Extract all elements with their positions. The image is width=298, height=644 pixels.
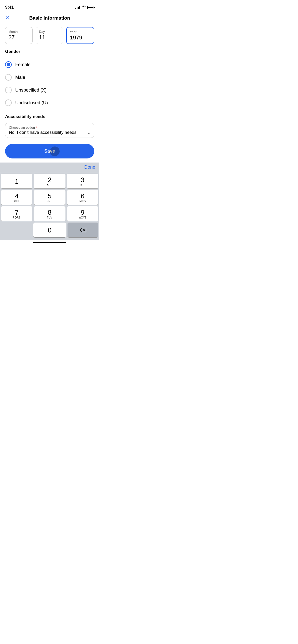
delete-icon [79, 227, 87, 232]
keyboard-toolbar: Done [0, 163, 99, 172]
key-9[interactable]: 9 WXYZ [67, 206, 98, 221]
gender-unspecified-option[interactable]: Unspecified (X) [5, 84, 94, 96]
key-4[interactable]: 4 GHI [1, 190, 32, 205]
gender-female-option[interactable]: Female [5, 58, 94, 71]
undisclosed-radio-circle [5, 99, 12, 106]
accessibility-dropdown[interactable]: Choose an option* No, I don't have acces… [5, 123, 94, 138]
month-value: 27 [8, 34, 29, 41]
female-radio-label: Female [15, 62, 31, 67]
key-empty [1, 223, 32, 237]
home-indicator [0, 240, 99, 245]
chevron-down-icon: ⌄ [87, 130, 90, 135]
close-button[interactable]: ✕ [5, 15, 10, 21]
day-field[interactable]: Day 11 [36, 27, 63, 44]
unspecified-radio-circle [5, 87, 12, 93]
status-icons [75, 5, 94, 9]
numeric-keyboard: 1 2 ABC 3 DEF 4 GHI 5 JKL 6 MNO 7 PQRS 8 [0, 172, 99, 240]
keyboard-row-1: 1 2 ABC 3 DEF [1, 174, 98, 188]
header: ✕ Basic information [0, 11, 99, 24]
accessibility-label: Accessibility needs [5, 114, 94, 123]
dropdown-value: No, I don't have accessibility needs [9, 130, 76, 135]
page-title: Basic information [29, 15, 70, 21]
keyboard-row-4: 0 [1, 223, 98, 237]
key-5[interactable]: 5 JKL [34, 190, 65, 205]
key-0[interactable]: 0 [33, 223, 66, 237]
date-row: Month 27 Day 11 Year 1979 [0, 24, 99, 49]
keyboard-row-2: 4 GHI 5 JKL 6 MNO [1, 190, 98, 205]
status-time: 9:41 [5, 5, 14, 10]
unspecified-radio-label: Unspecified (X) [15, 87, 47, 93]
delete-key[interactable] [67, 223, 98, 237]
save-button[interactable]: Save [5, 144, 94, 158]
key-1[interactable]: 1 [1, 174, 32, 188]
key-2[interactable]: 2 ABC [34, 174, 65, 188]
home-bar [33, 242, 66, 243]
status-bar: 9:41 [0, 0, 99, 11]
gender-male-option[interactable]: Male [5, 71, 94, 84]
male-radio-label: Male [15, 75, 25, 80]
year-field[interactable]: Year 1979 [66, 27, 94, 44]
key-6[interactable]: 6 MNO [67, 190, 98, 205]
signal-bars-icon [75, 6, 80, 9]
dropdown-row: No, I don't have accessibility needs ⌄ [9, 130, 90, 135]
accessibility-section: Accessibility needs Choose an option* No… [0, 109, 99, 138]
save-button-container: Save [0, 138, 99, 163]
male-radio-circle [5, 74, 12, 81]
keyboard-row-3: 7 PQRS 8 TUV 9 WXYZ [1, 206, 98, 221]
month-field[interactable]: Month 27 [5, 27, 33, 44]
day-label: Day [39, 30, 60, 34]
key-7[interactable]: 7 PQRS [1, 206, 32, 221]
key-8[interactable]: 8 TUV [34, 206, 65, 221]
year-value: 1979 [70, 34, 91, 41]
required-star: * [36, 126, 37, 129]
female-radio-circle [5, 61, 12, 68]
gender-section-label: Gender [0, 49, 99, 58]
gender-radio-group: Female Male Unspecified (X) Undisclosed … [0, 58, 99, 109]
battery-icon [87, 6, 94, 9]
gender-undisclosed-option[interactable]: Undisclosed (U) [5, 96, 94, 109]
day-value: 11 [39, 34, 60, 41]
key-3[interactable]: 3 DEF [67, 174, 98, 188]
save-ripple [50, 147, 60, 156]
wifi-icon [82, 5, 86, 9]
month-label: Month [8, 30, 29, 34]
year-label: Year [70, 30, 91, 34]
undisclosed-radio-label: Undisclosed (U) [15, 100, 48, 106]
dropdown-label: Choose an option* [9, 126, 90, 129]
done-button[interactable]: Done [84, 165, 95, 170]
